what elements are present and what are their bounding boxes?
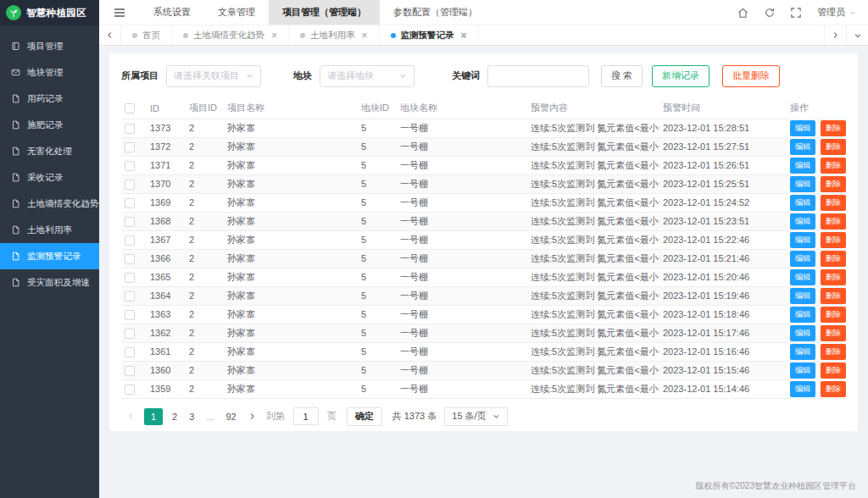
delete-button[interactable]: 删除 xyxy=(821,139,846,155)
cell-project-name: 孙家寨 xyxy=(224,174,358,193)
search-button[interactable]: 搜 索 xyxy=(601,65,643,87)
row-checkbox[interactable] xyxy=(125,235,135,246)
delete-button[interactable]: 删除 xyxy=(821,362,846,379)
edit-button[interactable]: 编辑 xyxy=(790,232,815,248)
select-all-checkbox[interactable] xyxy=(125,103,135,113)
delete-button[interactable]: 删除 xyxy=(821,176,846,192)
next-page-icon[interactable] xyxy=(242,412,262,420)
goto-page-input[interactable] xyxy=(293,407,319,425)
delete-button[interactable]: 删除 xyxy=(821,251,846,267)
delete-button[interactable]: 删除 xyxy=(821,381,846,397)
row-checkbox[interactable] xyxy=(125,217,135,227)
row-checkbox[interactable] xyxy=(125,198,135,208)
edit-button[interactable]: 编辑 xyxy=(790,307,815,323)
row-checkbox[interactable] xyxy=(125,310,135,320)
plot-select[interactable]: 请选择地块 xyxy=(320,65,415,87)
edit-button[interactable]: 编辑 xyxy=(790,120,815,136)
edit-button[interactable]: 编辑 xyxy=(790,362,815,379)
tabs-scroll-right-icon[interactable] xyxy=(824,25,846,45)
row-checkbox[interactable] xyxy=(125,254,135,264)
page-button-1[interactable]: 1 xyxy=(144,408,163,425)
sidebar-item-monitor-alerts[interactable]: 监测预警记录 xyxy=(0,243,99,269)
edit-button[interactable]: 编辑 xyxy=(790,158,815,174)
sidebar-item-medication-records[interactable]: 用药记录 xyxy=(0,86,99,112)
fullscreen-icon[interactable] xyxy=(791,8,801,18)
row-checkbox[interactable] xyxy=(125,329,135,339)
tab-land-utilization[interactable]: 土地利用率× xyxy=(289,25,380,45)
home-icon[interactable] xyxy=(737,8,748,18)
tabs-menu-icon[interactable] xyxy=(846,25,868,45)
row-checkbox[interactable] xyxy=(125,180,135,190)
keyword-input[interactable] xyxy=(487,65,589,87)
sidebar-item-projects[interactable]: 项目管理 xyxy=(0,33,99,59)
sidebar-item-soil-moisture-trend[interactable]: 土地墒情变化趋势 xyxy=(0,191,99,217)
row-checkbox[interactable] xyxy=(125,124,135,134)
prev-page-icon[interactable] xyxy=(121,412,141,420)
tab-close-icon[interactable]: × xyxy=(271,30,277,41)
delete-button[interactable]: 删除 xyxy=(821,325,846,341)
page-button-last[interactable]: 92 xyxy=(225,412,236,422)
edit-button[interactable]: 编辑 xyxy=(790,213,815,230)
row-checkbox[interactable] xyxy=(125,366,135,376)
keyword-filter-label: 关键词 xyxy=(452,69,480,82)
page-size-select[interactable]: 15 条/页 xyxy=(444,407,507,426)
batch-delete-button[interactable]: 批量删除 xyxy=(722,65,780,87)
delete-button[interactable]: 删除 xyxy=(821,120,846,136)
delete-button[interactable]: 删除 xyxy=(821,195,846,211)
tab-close-icon[interactable]: × xyxy=(461,30,467,41)
table-row: 13592孙家寨5一号棚连续:5次监测到 氮元素值<最小值2023-12-01 … xyxy=(121,379,846,398)
refresh-icon[interactable] xyxy=(765,8,775,18)
sidebar-item-disaster-area[interactable]: 受灾面积及增速 xyxy=(0,269,99,296)
delete-button[interactable]: 删除 xyxy=(821,307,846,323)
page-button-2[interactable]: 2 xyxy=(172,412,177,422)
edit-button[interactable]: 编辑 xyxy=(790,195,815,211)
cell-alert-time: 2023-12-01 15:19:46 xyxy=(659,286,787,305)
delete-button[interactable]: 删除 xyxy=(821,269,846,285)
sidebar-item-land-utilization[interactable]: 土地利用率 xyxy=(0,217,99,243)
cell-alert-time: 2023-12-01 15:14:46 xyxy=(659,379,787,398)
row-checkbox[interactable] xyxy=(125,142,135,152)
delete-button[interactable]: 删除 xyxy=(821,213,846,230)
row-checkbox[interactable] xyxy=(125,385,135,395)
user-menu[interactable]: 管理员 xyxy=(817,6,856,19)
tabs-scroll-left-icon[interactable] xyxy=(99,25,121,45)
sidebar-item-plots[interactable]: 地块管理 xyxy=(0,59,99,86)
tab-monitor-alerts[interactable]: 监测预警记录× xyxy=(380,25,479,45)
project-select[interactable]: 请选择关联项目 xyxy=(166,65,261,87)
edit-button[interactable]: 编辑 xyxy=(790,288,815,304)
row-checkbox[interactable] xyxy=(125,273,135,283)
nav-item-system-settings[interactable]: 系统设置 xyxy=(140,0,204,25)
edit-button[interactable]: 编辑 xyxy=(790,269,815,285)
tab-soil-moisture-trend[interactable]: 土地墒情变化趋势× xyxy=(172,25,289,45)
delete-button[interactable]: 删除 xyxy=(821,232,846,248)
plot-filter-label: 地块 xyxy=(293,69,312,82)
delete-button[interactable]: 删除 xyxy=(821,288,846,304)
sidebar-item-harvest-records[interactable]: 采收记录 xyxy=(0,164,99,191)
cell-plot-id: 5 xyxy=(358,137,397,156)
table-row: 13652孙家寨5一号棚连续:5次监测到 氮元素值<最小值2023-12-01 … xyxy=(121,268,846,286)
edit-button[interactable]: 编辑 xyxy=(790,176,815,192)
edit-button[interactable]: 编辑 xyxy=(790,139,815,155)
tab-close-icon[interactable]: × xyxy=(362,30,368,41)
edit-button[interactable]: 编辑 xyxy=(790,251,815,267)
cell-plot-id: 5 xyxy=(358,212,397,230)
row-checkbox[interactable] xyxy=(125,347,135,357)
add-record-button[interactable]: 新增记录 xyxy=(652,65,709,87)
nav-item-article-management[interactable]: 文章管理 xyxy=(204,0,269,25)
edit-button[interactable]: 编辑 xyxy=(790,381,815,397)
tab-home[interactable]: 首页 xyxy=(121,25,172,45)
delete-button[interactable]: 删除 xyxy=(821,344,846,360)
page-button-3[interactable]: 3 xyxy=(189,412,194,422)
row-checkbox[interactable] xyxy=(125,291,135,302)
edit-button[interactable]: 编辑 xyxy=(790,325,815,341)
sidebar-item-fertilization-records[interactable]: 施肥记录 xyxy=(0,112,99,138)
menu-toggle-icon[interactable] xyxy=(99,0,140,25)
goto-confirm-button[interactable]: 确定 xyxy=(347,407,382,426)
row-checkbox[interactable] xyxy=(125,161,135,171)
sidebar-item-harmless-treatment[interactable]: 无害化处理 xyxy=(0,138,99,164)
cell-checkbox xyxy=(121,324,147,342)
delete-button[interactable]: 删除 xyxy=(821,158,846,174)
nav-item-parameter-config[interactable]: 参数配置（管理端） xyxy=(380,0,491,25)
nav-item-project-management[interactable]: 项目管理（管理端） xyxy=(269,0,380,25)
edit-button[interactable]: 编辑 xyxy=(790,344,815,360)
